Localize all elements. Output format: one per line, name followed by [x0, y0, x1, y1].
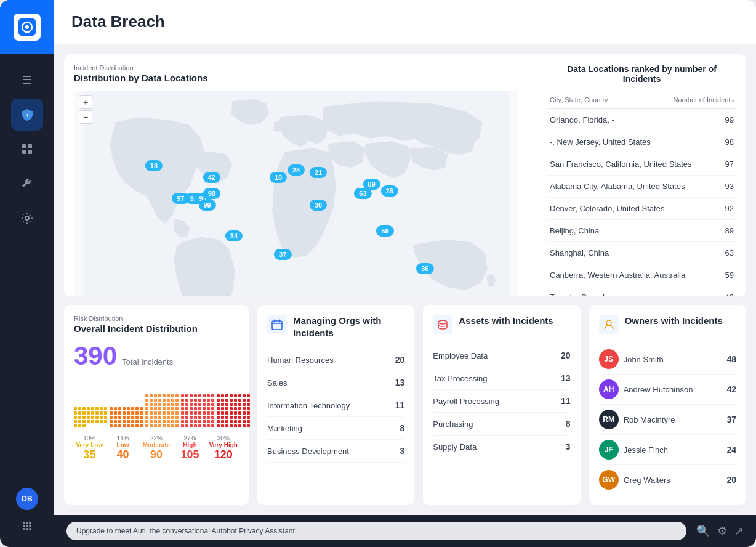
svg-point-10 — [26, 522, 28, 524]
dot — [135, 424, 139, 427]
org-count: 11 — [395, 400, 405, 410]
zoom-out-button[interactable]: − — [79, 110, 92, 124]
map-pin[interactable]: 34 — [225, 230, 243, 241]
share-bottom-icon[interactable]: ↗ — [734, 524, 744, 538]
dot — [247, 403, 250, 406]
grid-icon — [22, 521, 33, 532]
map-pin[interactable]: 28 — [288, 164, 305, 176]
dot — [207, 411, 210, 415]
map-pin[interactable]: 63 — [354, 188, 371, 199]
dot — [154, 420, 157, 423]
dot — [217, 411, 220, 415]
dot — [225, 394, 228, 397]
asset-row: Purchasing8 — [433, 413, 570, 436]
location-row: Beijing, China89 — [547, 220, 736, 242]
risk-title: Overall Incident Distribution — [74, 323, 239, 334]
map-pin[interactable]: 98 — [203, 188, 220, 199]
owner-info: GW Greg Walters — [599, 470, 670, 490]
map-pin[interactable]: 30 — [310, 200, 327, 211]
map-pin[interactable]: 37 — [274, 249, 291, 260]
zoom-in-button[interactable]: + — [79, 95, 92, 109]
asset-label: Payroll Processing — [433, 397, 499, 406]
dot — [234, 420, 237, 423]
dot — [243, 394, 246, 397]
dot — [150, 399, 153, 402]
dot — [211, 420, 214, 423]
risk-pct: 27% — [174, 435, 205, 442]
dot — [238, 399, 241, 402]
location-name: San Francisco, California, United States — [550, 160, 692, 169]
risk-count: 120 — [208, 448, 239, 461]
dot — [158, 394, 161, 397]
sidebar-item-dashboard[interactable] — [11, 133, 43, 165]
svg-rect-4 — [22, 144, 26, 148]
sidebar-item-settings[interactable] — [11, 202, 43, 234]
map-pin[interactable]: 36 — [416, 263, 433, 274]
sidebar-menu-toggle[interactable]: ☰ — [11, 64, 43, 96]
filter-bottom-icon[interactable]: ⚙ — [717, 524, 727, 538]
dot — [198, 411, 201, 415]
asset-count: 3 — [566, 442, 571, 452]
location-name: Denver, Colorado, United States — [550, 204, 664, 213]
dot — [167, 399, 170, 402]
risk-pct: 10% — [74, 435, 105, 442]
org-row: Business Development3 — [267, 440, 404, 463]
owner-avatar: GW — [599, 470, 619, 490]
owner-avatar: AH — [599, 379, 619, 399]
map-pin[interactable]: 99 — [198, 200, 215, 211]
wrench-icon — [21, 177, 33, 190]
dot — [221, 403, 224, 406]
dot — [145, 411, 148, 415]
page-title: Data Breach — [71, 12, 739, 31]
dot — [238, 420, 241, 423]
dot — [243, 407, 246, 410]
location-count: 97 — [725, 160, 734, 169]
dot — [150, 407, 153, 410]
map-pin[interactable]: 21 — [310, 167, 327, 178]
sidebar: ☰ 4 — [0, 0, 54, 547]
sidebar-item-tools[interactable] — [11, 168, 43, 200]
map-pin[interactable]: 18 — [270, 172, 287, 183]
dot — [154, 416, 157, 419]
org-count: 3 — [400, 446, 405, 456]
chat-bubble[interactable]: Upgrade to meet Auti, the conversational… — [66, 522, 686, 540]
map-pin[interactable]: 59 — [376, 225, 393, 237]
map-pin[interactable]: 42 — [203, 172, 220, 183]
dot — [234, 399, 237, 402]
asset-count: 8 — [566, 419, 571, 429]
svg-point-9 — [23, 522, 25, 524]
svg-rect-5 — [28, 144, 32, 148]
dot — [163, 411, 166, 415]
map-pins: 184297929398991828213034378926635936 — [74, 91, 518, 296]
dot — [167, 403, 170, 406]
dot — [114, 420, 117, 423]
risk-count: 35 — [74, 448, 105, 461]
total-label: Total Incidents — [122, 357, 173, 367]
shield-icon: 4 — [20, 108, 34, 121]
dot — [114, 407, 117, 410]
dot — [171, 420, 174, 423]
dot — [225, 411, 228, 415]
dot — [203, 424, 206, 427]
dot — [238, 416, 241, 419]
map-pin[interactable]: 26 — [380, 185, 398, 197]
dot — [203, 403, 206, 406]
dot — [100, 420, 103, 423]
map-section: Incident Distribution Distribution by Da… — [64, 54, 528, 296]
dot — [78, 416, 81, 419]
owner-info: RM Rob Macintyre — [599, 410, 675, 429]
search-bottom-icon[interactable]: 🔍 — [696, 524, 710, 538]
dot — [114, 416, 117, 419]
dot — [74, 424, 77, 427]
logo[interactable] — [0, 0, 54, 54]
map-title: Distribution by Data Locations — [74, 73, 518, 83]
dot — [110, 416, 113, 419]
dot — [123, 407, 126, 410]
user-avatar[interactable]: DB — [16, 488, 38, 510]
owner-name: Greg Walters — [624, 476, 670, 485]
asset-count: 13 — [561, 373, 571, 383]
sidebar-grid-button[interactable] — [16, 515, 38, 537]
map-pin[interactable]: 18 — [145, 160, 163, 171]
sidebar-item-shield[interactable]: 4 — [11, 99, 43, 131]
dot — [127, 424, 130, 427]
